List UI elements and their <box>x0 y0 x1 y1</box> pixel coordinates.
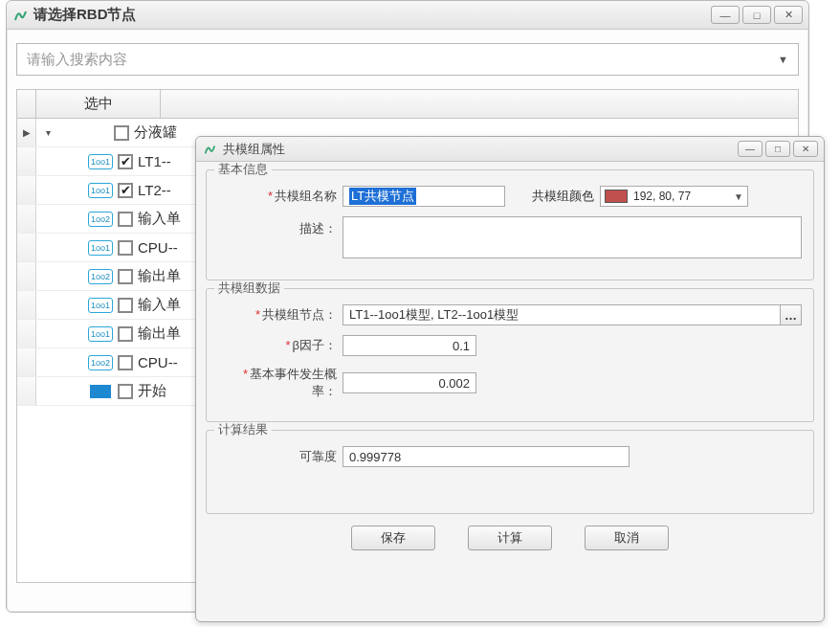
parent-titlebar: 请选择RBD节点 — □ ✕ <box>7 1 808 30</box>
chevron-down-icon: ▼ <box>734 191 743 202</box>
node-type-icon <box>86 385 115 398</box>
row-checkbox[interactable] <box>115 269 136 284</box>
group-data: 共模组数据 *共模组节点： LT1--1oo1模型, LT2--1oo1模型 …… <box>206 288 814 422</box>
label-beta: *β因子： <box>218 337 343 354</box>
row-indicator <box>17 234 36 261</box>
row-checkbox[interactable] <box>115 384 136 399</box>
parent-close-button[interactable]: ✕ <box>774 6 803 24</box>
node-type-icon: 1oo1 <box>86 240 115 256</box>
node-type-icon: 1oo1 <box>86 154 115 169</box>
modal-close-button[interactable]: ✕ <box>793 141 818 157</box>
prob-field[interactable]: 0.002 <box>343 372 476 393</box>
modal-minimize-button[interactable]: — <box>738 141 763 157</box>
row-indicator <box>17 176 36 204</box>
modal-window: 共模组属性 — □ ✕ 基本信息 *共模组名称 LT共模节点 共模组颜色 <box>195 136 825 622</box>
save-button[interactable]: 保存 <box>351 526 435 550</box>
expand-chevron-icon[interactable]: ▾ <box>36 127 59 138</box>
row-indicator <box>17 147 36 175</box>
group-data-title: 共模组数据 <box>214 280 284 297</box>
beta-field[interactable]: 0.1 <box>343 335 476 356</box>
node-type-icon: 1oo1 <box>86 183 115 198</box>
group-basic-title: 基本信息 <box>214 162 272 178</box>
row-checkbox[interactable] <box>115 183 136 198</box>
beta-value: 0.1 <box>453 339 470 353</box>
node-type-icon: 1oo2 <box>86 269 115 284</box>
row-checkbox[interactable] <box>115 212 136 227</box>
group-result: 计算结果 可靠度 0.999778 <box>206 430 814 514</box>
search-input[interactable]: 请输入搜索内容 ▼ <box>16 43 799 76</box>
desc-field[interactable] <box>343 216 802 258</box>
parent-title: 请选择RBD节点 <box>33 6 711 24</box>
app-icon <box>202 142 217 157</box>
label-desc: 描述： <box>218 216 343 237</box>
node-type-icon: 1oo1 <box>86 326 115 342</box>
group-basic: 基本信息 *共模组名称 LT共模节点 共模组颜色 192, 80, 77 ▼ <box>206 169 814 280</box>
button-bar: 保存 计算 取消 <box>206 526 814 550</box>
row-indicator <box>17 262 36 290</box>
parent-maximize-button[interactable]: □ <box>742 6 771 24</box>
row-checkbox[interactable] <box>115 326 136 342</box>
modal-body: 基本信息 *共模组名称 LT共模节点 共模组颜色 192, 80, 77 ▼ <box>196 162 824 558</box>
dropdown-arrow-icon: ▼ <box>778 54 788 65</box>
row-indicator: ▶ <box>17 119 36 146</box>
row-checkbox[interactable] <box>115 355 136 370</box>
modal-title: 共模组属性 <box>223 141 738 158</box>
nodes-value: LT1--1oo1模型, LT2--1oo1模型 <box>349 306 519 324</box>
row-indicator <box>17 320 36 347</box>
reliability-value: 0.999778 <box>349 450 401 464</box>
nodes-field[interactable]: LT1--1oo1模型, LT2--1oo1模型 … <box>343 304 802 325</box>
row-indicator <box>17 377 36 405</box>
group-result-title: 计算结果 <box>214 422 272 438</box>
row-checkbox[interactable] <box>115 154 136 169</box>
row-checkbox[interactable] <box>111 125 132 141</box>
name-value: LT共模节点 <box>349 188 416 205</box>
label-reliab: 可靠度 <box>218 448 343 465</box>
label-nodes: *共模组节点： <box>218 306 343 324</box>
modal-titlebar: 共模组属性 — □ ✕ <box>196 137 824 162</box>
label-name: *共模组名称 <box>218 188 343 205</box>
app-icon <box>12 8 28 23</box>
row-checkbox[interactable] <box>115 240 136 256</box>
reliability-field: 0.999778 <box>343 446 630 467</box>
node-type-icon: 1oo2 <box>86 212 115 227</box>
modal-window-buttons: — □ ✕ <box>738 141 818 157</box>
color-swatch-icon <box>605 190 628 203</box>
col-select: 选中 <box>36 90 161 118</box>
node-type-icon: 1oo2 <box>86 355 115 370</box>
search-placeholder: 请输入搜索内容 <box>27 51 127 69</box>
row-indicator <box>17 205 36 233</box>
row-indicator <box>17 348 36 376</box>
calc-button[interactable]: 计算 <box>468 526 552 550</box>
parent-minimize-button[interactable]: — <box>711 6 740 24</box>
prob-value: 0.002 <box>438 376 470 391</box>
label-color: 共模组颜色 <box>532 188 594 205</box>
parent-window-buttons: — □ ✕ <box>711 6 803 24</box>
color-value: 192, 80, 77 <box>633 190 691 203</box>
label-prob: *基本事件发生概率： <box>218 366 343 400</box>
color-combo[interactable]: 192, 80, 77 ▼ <box>600 186 748 207</box>
row-checkbox[interactable] <box>115 298 136 313</box>
browse-button[interactable]: … <box>780 305 801 325</box>
row-indicator <box>17 291 36 319</box>
node-type-icon: 1oo1 <box>86 298 115 313</box>
name-field[interactable]: LT共模节点 <box>343 186 505 207</box>
modal-maximize-button[interactable]: □ <box>765 141 790 157</box>
cancel-button[interactable]: 取消 <box>585 526 669 550</box>
grid-header: 选中 <box>17 90 798 119</box>
